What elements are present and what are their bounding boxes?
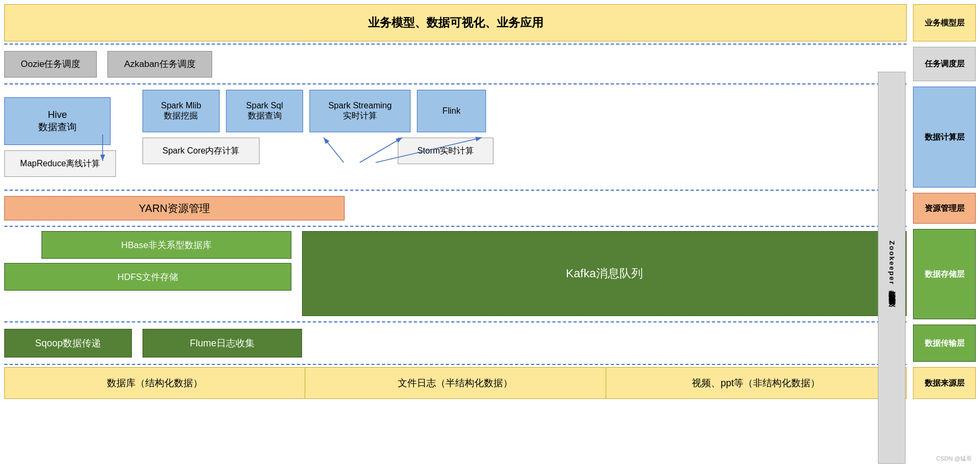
divider-3	[4, 190, 907, 191]
right-transport-label: 数据传输层	[913, 325, 976, 362]
divider-2	[4, 83, 907, 84]
right-labels: 业务模型层 任务调度层 数据计算层 资源管理层 数据存储层 数据传输层 数据来源…	[911, 0, 980, 468]
hdfs-label: HDFS文件存储	[118, 271, 178, 283]
right-source-label: 数据来源层	[913, 367, 976, 399]
spark-mlib-label: Spark Mlib数据挖掘	[161, 101, 202, 122]
storm-label: Storm实时计算	[417, 146, 474, 157]
source-db-label: 数据库（结构化数据）	[107, 377, 203, 389]
hive-label: Hive数据查询	[38, 109, 77, 133]
storm-box: Storm实时计算	[398, 138, 493, 164]
kafka-label: Kafka消息队列	[566, 266, 642, 282]
sqoop-label: Sqoop数据传递	[35, 337, 101, 350]
yarn-label: YARN资源管理	[139, 201, 210, 216]
sqoop-box: Sqoop数据传递	[4, 329, 132, 358]
right-storage-label: 数据存储层	[913, 229, 976, 319]
kafka-box: Kafka消息队列	[302, 231, 907, 316]
spark-streaming-label: Spark Streaming实时计算	[328, 101, 391, 122]
hive-arrow	[92, 134, 113, 164]
divider-4	[4, 226, 907, 227]
storage-row: HBase非关系型数据库 HDFS文件存储 Kafka消息队列	[4, 229, 907, 319]
flume-box: Flume日志收集	[143, 329, 302, 358]
scheduling-row: Oozie任务调度 Azkaban任务调度	[4, 47, 907, 81]
left-section: 业务模型、数据可视化、业务应用 Oozie任务调度 Azkaban任务调度 Hi…	[0, 0, 911, 468]
source-row: 数据库（结构化数据） 文件日志（半结构化数据） 视频、ppt等（非结构化数据）	[4, 367, 907, 399]
spark-sql-box: Spark Sql数据查询	[226, 90, 303, 132]
right-yarn-label: 资源管理层	[913, 193, 976, 224]
business-row: 业务模型、数据可视化、业务应用	[4, 4, 907, 41]
spark-sql-label: Spark Sql数据查询	[246, 101, 283, 122]
transport-row: Sqoop数据传递 Flume日志收集	[4, 325, 907, 362]
source-other-label: 视频、ppt等（非结构化数据）	[692, 377, 820, 389]
flink-label: Flink	[442, 106, 460, 116]
storage-left: HBase非关系型数据库 HDFS文件存储	[4, 231, 291, 317]
yarn-box: YARN资源管理	[4, 196, 345, 220]
watermark: CSDN @猛哥	[936, 455, 972, 463]
business-label: 业务模型、数据可视化、业务应用	[368, 15, 543, 31]
hbase-box: HBase非关系型数据库	[41, 231, 291, 259]
zookeeper-box: Zookeeper数据平台配置和调度	[878, 72, 906, 464]
source-other-cell: 视频、ppt等（非结构化数据）	[606, 368, 906, 398]
azkaban-box: Azkaban任务调度	[107, 51, 212, 78]
oozie-box: Oozie任务调度	[4, 51, 97, 78]
right-business-label: 业务模型层	[913, 4, 976, 41]
main-container: 业务模型、数据可视化、业务应用 Oozie任务调度 Azkaban任务调度 Hi…	[0, 0, 980, 468]
compute-row: Hive数据查询 MapReduce离线计算 Spark Mlib数据挖掘 Sp…	[4, 87, 907, 188]
right-scheduling-label: 任务调度层	[913, 47, 976, 81]
azkaban-label: Azkaban任务调度	[124, 58, 195, 70]
zookeeper-label: Zookeeper数据平台配置和调度	[887, 241, 897, 295]
spark-mlib-box: Spark Mlib数据挖掘	[143, 90, 220, 132]
hbase-label: HBase非关系型数据库	[121, 239, 212, 251]
divider-1	[4, 44, 907, 45]
flume-label: Flume日志收集	[190, 337, 255, 350]
divider-6	[4, 364, 907, 365]
spark-core-label: Spark Core内存计算	[163, 146, 240, 157]
hdfs-box: HDFS文件存储	[4, 263, 291, 291]
divider-5	[4, 321, 907, 322]
right-compute-label: 数据计算层	[913, 87, 976, 188]
source-log-label: 文件日志（半结构化数据）	[398, 377, 513, 389]
source-db-cell: 数据库（结构化数据）	[5, 368, 305, 398]
spark-core-box: Spark Core内存计算	[143, 138, 259, 164]
oozie-label: Oozie任务调度	[21, 58, 80, 70]
flink-box: Flink	[417, 90, 486, 132]
mapreduce-label: MapReduce离线计算	[20, 158, 100, 169]
yarn-row: YARN资源管理	[4, 193, 907, 224]
source-log-cell: 文件日志（半结构化数据）	[305, 368, 606, 398]
spark-streaming-box: Spark Streaming实时计算	[309, 90, 411, 132]
